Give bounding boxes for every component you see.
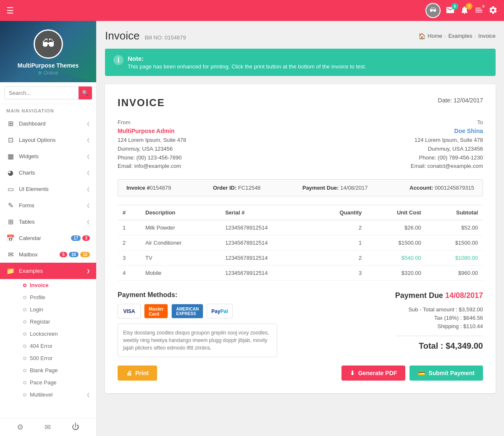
breadcrumb-examples[interactable]: Examples [448,33,472,39]
calendar-badge-2: 3 [82,235,90,241]
alerts-btn[interactable]: 0 [474,5,483,16]
table-row: 1 Milk Powder 12345678912514 2 $26.00 $5… [118,220,483,235]
sub-dot [23,369,26,372]
cell-subtotal: $1080.00 [426,251,483,266]
sidebar-item-mailbox[interactable]: ✉ Mailbox 5 16 12 [0,246,96,263]
cell-desc: Milk Powder [140,220,220,235]
forms-icon: ✎ [6,201,15,209]
sub-dot [23,393,26,397]
breadcrumb-home[interactable]: Home [428,33,442,39]
sub-nav-examples: Invoice Profile Login Registar Lockscree… [0,279,96,401]
sub-nav-multilevel[interactable]: Multilevel ❮ [8,389,96,401]
sub-nav-500[interactable]: 500 Error [8,352,96,364]
cell-unit: $26.00 [367,220,426,235]
submit-payment-button[interactable]: 💳 Submit Payment [410,366,483,381]
page-header: Invoice Bill NO: 0154879 🏠 Home › Exampl… [105,29,496,42]
sub-dot [23,284,26,287]
breadcrumb-current: Invoice [478,33,496,39]
footer-mail-icon[interactable]: ✉ [45,423,51,432]
breadcrumb-separator: › [444,33,446,39]
payment-due-wrap: Payment Due 14/08/2017 Sub - Total amoun… [395,291,483,355]
right-buttons: ⬇ Generate PDF 💳 Submit Payment [341,366,483,381]
sub-dot [23,308,26,311]
sub-nav-lockscreen[interactable]: Lockscreen [8,328,96,340]
sub-nav-pace[interactable]: Pace Page [8,376,96,389]
notifications-btn[interactable]: 7 [460,5,469,16]
cell-unit: $1500.00 [367,235,426,251]
payment-note: Etsy doostang zoodles disqus groupon gre… [118,324,277,357]
sidebar-item-forms[interactable]: ✎ Forms ❮ [0,197,96,214]
total-row: Total : $4,349.00 [395,336,483,351]
table-row: 4 Mobile 12345678912514 3 $320.00 $960.0… [118,266,483,281]
table-header-row: # Description Serial # Quantity Unit Cos… [118,205,483,220]
search-button[interactable]: 🔍 [79,86,92,99]
sidebar-item-label: Dashboard [19,120,46,127]
sub-nav-label: 404 Error [30,343,52,349]
sidebar-item-examples[interactable]: 📁 Examples ❯ [0,263,96,279]
payment-due-title: Payment Due 14/08/2017 [395,291,483,300]
settings-btn[interactable] [488,5,498,16]
payment-due-detail: Payment Due: 14/08/2017 [302,185,368,191]
footer-power-icon[interactable]: ⏻ [72,423,79,432]
cell-qty: 3 [311,266,367,281]
sidebar-item-layout[interactable]: ⊡ Layout Options ❮ [0,132,96,148]
sidebar-item-widgets[interactable]: ▦ Widgets ❮ [0,148,96,164]
sidebar-item-charts[interactable]: ◕ Charts ❮ [0,164,96,181]
cell-subtotal: $52.00 [426,220,483,235]
layout-icon: ⊡ [6,136,15,144]
to-details: 124 Lorem Ipsum, Suite 478 Dummuy, USA 1… [411,136,483,171]
chevron-right-icon: ❮ [87,138,90,142]
shipping-row: Shipping : $110.44 [395,323,483,329]
sub-dot [23,345,26,348]
note-title: Note: [128,55,366,62]
cell-desc: Air Conditioner [140,235,220,251]
cell-subtotal: $1500.00 [426,235,483,251]
address-row: From MultiPurpose Admin 124 Lorem Ipsum,… [118,119,483,171]
account-detail: Account: 0001245879315 [410,185,474,191]
chevron-right-icon: ❮ [87,187,90,191]
footer-settings-icon[interactable]: ⚙ [17,423,24,432]
messages-btn[interactable]: 5 [446,5,455,16]
to-name: Doe Shina [411,128,483,134]
payment-methods-wrap: Payment Methods: VISA MasterCard AMERICA… [118,291,307,357]
note-text: This page has been enhanced for printing… [128,63,366,70]
sidebar-item-ui[interactable]: ▭ UI Elements ❮ [0,181,96,197]
sidebar-item-calendar[interactable]: 📅 Calendar 17 3 [0,230,96,246]
calendar-icon: 📅 [6,234,15,242]
generate-pdf-button[interactable]: ⬇ Generate PDF [341,366,406,381]
invoice-table: # Description Serial # Quantity Unit Cos… [118,205,483,281]
sub-nav-invoice[interactable]: Invoice [8,279,96,291]
print-button[interactable]: 🖨 Print [118,366,157,381]
hamburger-icon[interactable]: ☰ [6,5,14,16]
invoice-card: INVOICE Date: 12/04/2017 From MultiPurpo… [105,84,496,393]
cell-subtotal: $960.00 [426,266,483,281]
layout: 🕶 MultiPurpose Themes Online 🔍 MAIN NAVI… [0,21,504,436]
page-subtitle: Bill NO: 0154879 [144,34,186,41]
cell-serial: 12345678912514 [220,235,311,251]
visa-card: VISA [118,304,141,319]
sidebar-item-dashboard[interactable]: ⊞ Dashboard ❮ [0,115,96,132]
payment-summary: Sub - Total amount : $3,592.00 Tax (18%)… [395,306,483,351]
sub-nav-blank[interactable]: Blank Page [8,364,96,376]
sub-nav-label: Multilevel [30,392,52,398]
subtotal-row: Sub - Total amount : $3,592.00 [395,306,483,313]
chevron-right-icon: ❮ [87,154,90,159]
cell-qty: 1 [311,235,367,251]
mailbox-badge-3: 12 [80,252,90,257]
sidebar-item-label: Calendar [19,235,41,241]
sub-nav-registar[interactable]: Registar [8,316,96,328]
sub-nav-404[interactable]: 404 Error [8,340,96,352]
navbar-right: 🕶 5 7 0 [425,3,498,18]
sub-nav-profile[interactable]: Profile [8,291,96,303]
sub-dot [23,381,26,384]
messages-badge: 5 [452,3,458,10]
dashboard-icon: ⊞ [6,120,15,128]
breadcrumb: 🏠 Home › Examples › Invoice [418,33,496,39]
sidebar-item-tables[interactable]: ⊞ Tables ❮ [0,214,96,230]
nav-section-label: MAIN NAVIGATION [0,104,96,115]
sub-dot [23,320,26,324]
sidebar: 🕶 MultiPurpose Themes Online 🔍 MAIN NAVI… [0,21,97,436]
sidebar-item-label: Tables [19,219,35,225]
sub-nav-login[interactable]: Login [8,303,96,316]
user-avatar-btn[interactable]: 🕶 [425,3,441,18]
